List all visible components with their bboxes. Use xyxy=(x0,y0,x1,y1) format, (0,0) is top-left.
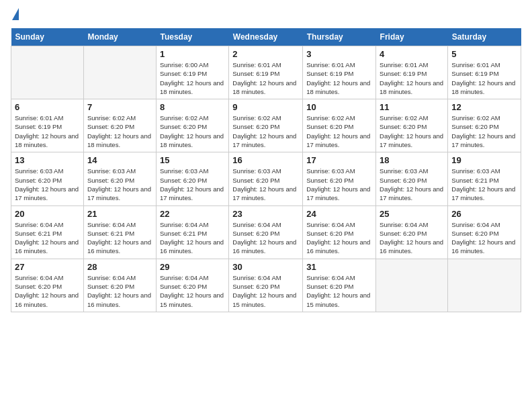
day-header-wednesday: Wednesday xyxy=(229,28,303,46)
calendar-cell: 19Sunrise: 6:03 AM Sunset: 6:21 PM Dayli… xyxy=(448,152,521,205)
day-number: 19 xyxy=(451,155,517,165)
day-info: Sunrise: 6:04 AM Sunset: 6:20 PM Dayligh… xyxy=(232,273,299,309)
calendar-cell: 7Sunrise: 6:02 AM Sunset: 6:20 PM Daylig… xyxy=(83,99,156,152)
day-info: Sunrise: 6:03 AM Sunset: 6:20 PM Dayligh… xyxy=(380,167,444,202)
day-number: 4 xyxy=(380,49,444,59)
day-header-sunday: Sunday xyxy=(11,28,84,46)
day-info: Sunrise: 6:04 AM Sunset: 6:20 PM Dayligh… xyxy=(306,273,372,309)
day-info: Sunrise: 6:00 AM Sunset: 6:19 PM Dayligh… xyxy=(160,60,225,96)
day-header-saturday: Saturday xyxy=(448,28,521,46)
day-number: 31 xyxy=(306,262,372,272)
day-header-tuesday: Tuesday xyxy=(156,28,228,46)
calendar-cell: 24Sunrise: 6:04 AM Sunset: 6:20 PM Dayli… xyxy=(303,205,376,259)
day-info: Sunrise: 6:03 AM Sunset: 6:20 PM Dayligh… xyxy=(232,167,299,202)
calendar-week-3: 13Sunrise: 6:03 AM Sunset: 6:20 PM Dayli… xyxy=(11,152,521,205)
calendar-cell: 2Sunrise: 6:01 AM Sunset: 6:19 PM Daylig… xyxy=(229,46,303,99)
day-info: Sunrise: 6:04 AM Sunset: 6:21 PM Dayligh… xyxy=(87,220,152,256)
day-info: Sunrise: 6:04 AM Sunset: 6:20 PM Dayligh… xyxy=(232,220,299,256)
day-info: Sunrise: 6:04 AM Sunset: 6:21 PM Dayligh… xyxy=(15,220,80,256)
calendar-week-5: 27Sunrise: 6:04 AM Sunset: 6:20 PM Dayli… xyxy=(11,259,521,312)
day-number: 26 xyxy=(451,209,517,219)
day-number: 15 xyxy=(160,155,225,165)
calendar-cell: 10Sunrise: 6:02 AM Sunset: 6:20 PM Dayli… xyxy=(303,99,376,152)
day-info: Sunrise: 6:02 AM Sunset: 6:20 PM Dayligh… xyxy=(232,113,299,149)
day-number: 2 xyxy=(232,49,299,59)
day-info: Sunrise: 6:04 AM Sunset: 6:20 PM Dayligh… xyxy=(15,273,80,309)
calendar-cell: 31Sunrise: 6:04 AM Sunset: 6:20 PM Dayli… xyxy=(303,259,376,312)
calendar-cell: 13Sunrise: 6:03 AM Sunset: 6:20 PM Dayli… xyxy=(11,152,84,205)
day-header-thursday: Thursday xyxy=(303,28,376,46)
day-number: 7 xyxy=(87,102,152,112)
day-number: 25 xyxy=(380,209,444,219)
calendar-week-2: 6Sunrise: 6:01 AM Sunset: 6:19 PM Daylig… xyxy=(11,99,521,152)
day-number: 21 xyxy=(87,209,152,219)
calendar-week-4: 20Sunrise: 6:04 AM Sunset: 6:21 PM Dayli… xyxy=(11,205,521,259)
calendar-cell xyxy=(11,46,84,99)
calendar-cell xyxy=(448,259,521,312)
day-number: 13 xyxy=(15,155,80,165)
day-number: 20 xyxy=(15,209,80,219)
calendar-header-row: SundayMondayTuesdayWednesdayThursdayFrid… xyxy=(11,28,521,46)
day-info: Sunrise: 6:04 AM Sunset: 6:20 PM Dayligh… xyxy=(160,273,225,309)
day-header-friday: Friday xyxy=(376,28,448,46)
day-number: 27 xyxy=(15,262,80,272)
calendar-cell: 17Sunrise: 6:03 AM Sunset: 6:20 PM Dayli… xyxy=(303,152,376,205)
day-number: 22 xyxy=(160,209,225,219)
day-number: 8 xyxy=(160,102,225,112)
day-number: 12 xyxy=(451,102,517,112)
day-number: 1 xyxy=(160,49,225,59)
calendar-cell: 26Sunrise: 6:04 AM Sunset: 6:20 PM Dayli… xyxy=(448,205,521,259)
day-number: 14 xyxy=(87,155,152,165)
day-info: Sunrise: 6:02 AM Sunset: 6:20 PM Dayligh… xyxy=(380,113,444,149)
calendar-cell xyxy=(376,259,448,312)
calendar-cell: 4Sunrise: 6:01 AM Sunset: 6:19 PM Daylig… xyxy=(376,46,448,99)
calendar-cell: 15Sunrise: 6:03 AM Sunset: 6:20 PM Dayli… xyxy=(156,152,228,205)
day-info: Sunrise: 6:01 AM Sunset: 6:19 PM Dayligh… xyxy=(306,60,372,96)
day-number: 28 xyxy=(87,262,152,272)
calendar-cell: 9Sunrise: 6:02 AM Sunset: 6:20 PM Daylig… xyxy=(229,99,303,152)
calendar-cell: 11Sunrise: 6:02 AM Sunset: 6:20 PM Dayli… xyxy=(376,99,448,152)
calendar-cell: 29Sunrise: 6:04 AM Sunset: 6:20 PM Dayli… xyxy=(156,259,228,312)
calendar-cell: 18Sunrise: 6:03 AM Sunset: 6:20 PM Dayli… xyxy=(376,152,448,205)
day-info: Sunrise: 6:02 AM Sunset: 6:20 PM Dayligh… xyxy=(160,113,225,149)
day-info: Sunrise: 6:04 AM Sunset: 6:20 PM Dayligh… xyxy=(380,220,444,256)
day-info: Sunrise: 6:01 AM Sunset: 6:19 PM Dayligh… xyxy=(380,60,444,96)
page-header xyxy=(11,11,521,20)
day-info: Sunrise: 6:04 AM Sunset: 6:20 PM Dayligh… xyxy=(87,273,152,309)
calendar-cell: 6Sunrise: 6:01 AM Sunset: 6:19 PM Daylig… xyxy=(11,99,84,152)
day-info: Sunrise: 6:03 AM Sunset: 6:20 PM Dayligh… xyxy=(15,167,80,202)
calendar-table: SundayMondayTuesdayWednesdayThursdayFrid… xyxy=(11,28,521,312)
calendar-cell: 27Sunrise: 6:04 AM Sunset: 6:20 PM Dayli… xyxy=(11,259,84,312)
day-header-monday: Monday xyxy=(83,28,156,46)
day-number: 6 xyxy=(15,102,80,112)
day-number: 10 xyxy=(306,102,372,112)
calendar-cell: 23Sunrise: 6:04 AM Sunset: 6:20 PM Dayli… xyxy=(229,205,303,259)
day-info: Sunrise: 6:01 AM Sunset: 6:19 PM Dayligh… xyxy=(232,60,299,96)
day-info: Sunrise: 6:03 AM Sunset: 6:20 PM Dayligh… xyxy=(160,167,225,202)
calendar-cell: 16Sunrise: 6:03 AM Sunset: 6:20 PM Dayli… xyxy=(229,152,303,205)
calendar-cell: 14Sunrise: 6:03 AM Sunset: 6:20 PM Dayli… xyxy=(83,152,156,205)
day-info: Sunrise: 6:03 AM Sunset: 6:20 PM Dayligh… xyxy=(87,167,152,202)
day-info: Sunrise: 6:04 AM Sunset: 6:20 PM Dayligh… xyxy=(306,220,372,256)
calendar-cell: 30Sunrise: 6:04 AM Sunset: 6:20 PM Dayli… xyxy=(229,259,303,312)
day-number: 17 xyxy=(306,155,372,165)
calendar-cell xyxy=(83,46,156,99)
day-number: 5 xyxy=(451,49,517,59)
day-number: 24 xyxy=(306,209,372,219)
day-number: 30 xyxy=(232,262,299,272)
calendar-cell: 20Sunrise: 6:04 AM Sunset: 6:21 PM Dayli… xyxy=(11,205,84,259)
day-info: Sunrise: 6:02 AM Sunset: 6:20 PM Dayligh… xyxy=(451,113,517,149)
day-info: Sunrise: 6:02 AM Sunset: 6:20 PM Dayligh… xyxy=(306,113,372,149)
day-number: 29 xyxy=(160,262,225,272)
calendar-cell: 8Sunrise: 6:02 AM Sunset: 6:20 PM Daylig… xyxy=(156,99,228,152)
day-number: 18 xyxy=(380,155,444,165)
day-number: 9 xyxy=(232,102,299,112)
day-number: 11 xyxy=(380,102,444,112)
calendar-cell: 3Sunrise: 6:01 AM Sunset: 6:19 PM Daylig… xyxy=(303,46,376,99)
day-number: 16 xyxy=(232,155,299,165)
calendar-cell: 25Sunrise: 6:04 AM Sunset: 6:20 PM Dayli… xyxy=(376,205,448,259)
day-info: Sunrise: 6:02 AM Sunset: 6:20 PM Dayligh… xyxy=(87,113,152,149)
day-info: Sunrise: 6:04 AM Sunset: 6:20 PM Dayligh… xyxy=(451,220,517,256)
day-info: Sunrise: 6:04 AM Sunset: 6:21 PM Dayligh… xyxy=(160,220,225,256)
day-info: Sunrise: 6:03 AM Sunset: 6:20 PM Dayligh… xyxy=(306,167,372,202)
